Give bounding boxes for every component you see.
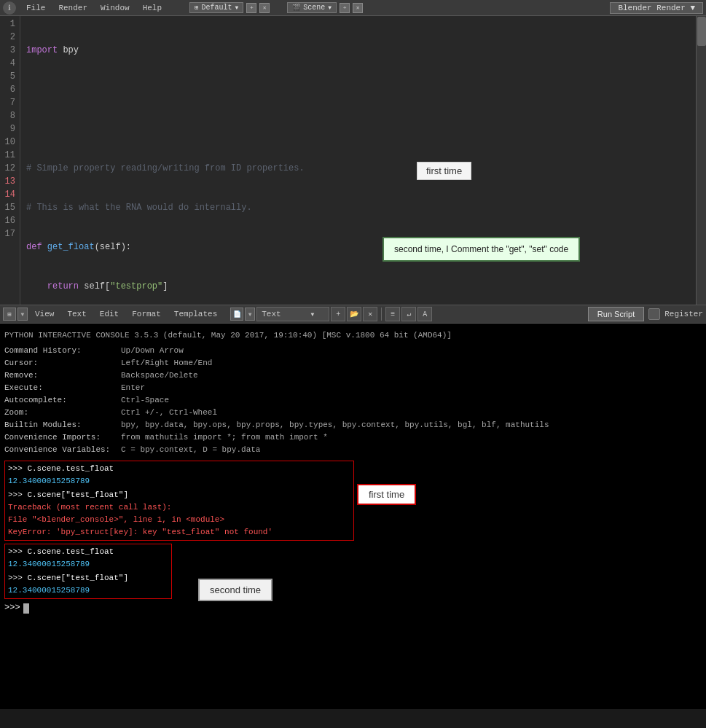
console-prompt-symbol: >>> bbox=[4, 602, 20, 614]
line-nums-btn[interactable]: ≡ bbox=[385, 307, 400, 321]
annotation-first-time: first time bbox=[417, 162, 471, 180]
console-annotation-second-time: second time bbox=[198, 579, 272, 601]
menu-render[interactable]: Render bbox=[52, 2, 93, 14]
text-type-icon[interactable]: 📄 bbox=[230, 308, 243, 321]
toolbar-edit[interactable]: Edit bbox=[94, 308, 125, 320]
new-text-btn[interactable]: + bbox=[331, 307, 345, 321]
top-menu-bar: ℹ File Render Window Help ⊞ Default ▼ + … bbox=[0, 0, 706, 16]
remove-scene-btn[interactable]: ✕ bbox=[353, 3, 363, 13]
text-file-dropdown[interactable]: Text ▼ bbox=[256, 307, 329, 321]
line-numbers: 1 2 3 4 5 6 7 8 9 10 11 12 13 14 15 16 1… bbox=[0, 16, 20, 305]
console-block-2: >>> C.scene.test_float 12.34000015258789… bbox=[4, 544, 172, 599]
menu-file[interactable]: File bbox=[20, 2, 51, 14]
scrollbar-thumb[interactable] bbox=[697, 17, 706, 46]
console-header: PYTHON INTERACTIVE CONSOLE 3.5.3 (defaul… bbox=[4, 329, 702, 342]
toolbar-view[interactable]: View bbox=[29, 308, 60, 320]
remove-screen-btn[interactable]: ✕ bbox=[259, 3, 270, 13]
editor-scrollbar[interactable] bbox=[696, 16, 706, 305]
console-help-items: Command History:Up/Down Arrow Cursor:Lef… bbox=[4, 345, 702, 456]
menu-help[interactable]: Help bbox=[137, 2, 168, 14]
editor-type-icon[interactable]: ⊞ bbox=[3, 308, 16, 321]
code-editor: 1 2 3 4 5 6 7 8 9 10 11 12 13 14 15 16 1… bbox=[0, 16, 706, 324]
toolbar-text[interactable]: Text bbox=[61, 308, 92, 320]
word-wrap-btn[interactable]: ↵ bbox=[401, 307, 416, 321]
run-script-btn[interactable]: Run Script bbox=[588, 307, 644, 321]
annotation-second-time: second time, I Comment the "get", "set" … bbox=[383, 237, 580, 262]
register-checkbox[interactable] bbox=[648, 308, 660, 320]
render-engine-dropdown[interactable]: Blender Render ▼ bbox=[610, 2, 703, 14]
toolbar-separator-1 bbox=[381, 308, 382, 321]
code-text[interactable]: import bpy # Simple property reading/wri… bbox=[20, 16, 696, 305]
console-annotation-first-time: first time bbox=[357, 484, 416, 505]
close-text-btn[interactable]: ✕ bbox=[363, 307, 377, 321]
add-screen-btn[interactable]: + bbox=[246, 3, 256, 13]
console-block-1: >>> C.scene.test_float 12.34000015258789… bbox=[4, 461, 354, 541]
scene-widget[interactable]: 🎬 Scene ▼ bbox=[287, 2, 337, 13]
screen-layout-widget[interactable]: ⊞ Default ▼ bbox=[189, 2, 243, 13]
console-input-line[interactable]: >>> bbox=[4, 602, 702, 614]
console-cursor bbox=[23, 603, 29, 614]
editor-type-dropdown[interactable]: ▼ bbox=[17, 308, 28, 321]
add-scene-btn[interactable]: + bbox=[340, 3, 350, 13]
toolbar-format[interactable]: Format bbox=[126, 308, 167, 320]
toolbar-templates[interactable]: Templates bbox=[168, 308, 223, 320]
syntax-btn[interactable]: A bbox=[417, 307, 432, 321]
info-icon[interactable]: ℹ bbox=[3, 1, 16, 15]
console-area: PYTHON INTERACTIVE CONSOLE 3.5.3 (defaul… bbox=[0, 324, 706, 709]
editor-toolbar: ⊞ ▼ View Text Edit Format Templates 📄 ▼ … bbox=[0, 305, 706, 324]
text-type-dropdown[interactable]: ▼ bbox=[245, 308, 255, 321]
menu-window[interactable]: Window bbox=[95, 2, 136, 14]
open-text-btn[interactable]: 📂 bbox=[347, 307, 361, 321]
register-label: Register bbox=[664, 310, 703, 318]
